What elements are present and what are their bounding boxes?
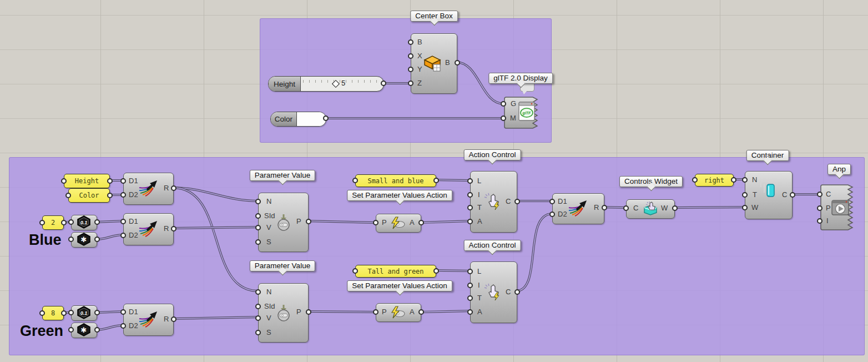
- input-nub-P[interactable]: [817, 205, 822, 211]
- output-nub-R[interactable]: [171, 185, 176, 191]
- panel-output-nub[interactable]: [433, 178, 439, 183]
- panel-output-nub[interactable]: [433, 268, 439, 274]
- output-nub-C[interactable]: [514, 289, 520, 295]
- input-nub-SId[interactable]: [255, 304, 261, 309]
- input-nub-D2[interactable]: [120, 323, 126, 329]
- panel-input-nub[interactable]: [352, 178, 358, 183]
- panel-output-nub[interactable]: [61, 310, 67, 316]
- input-nub[interactable]: [68, 310, 74, 315]
- input-nub-C[interactable]: [623, 205, 629, 211]
- panel-right[interactable]: right: [695, 174, 734, 187]
- center-box-node[interactable]: B X Y Z B: [411, 33, 457, 94]
- merge-node-3[interactable]: D1 D2 R: [123, 304, 174, 336]
- panel-height[interactable]: Height: [64, 174, 110, 188]
- output-nub-R[interactable]: [171, 316, 176, 322]
- input-nub-S[interactable]: [255, 239, 261, 245]
- output-nub[interactable]: [94, 219, 100, 225]
- input-nub[interactable]: [68, 327, 74, 333]
- output-nub-R[interactable]: [171, 226, 176, 232]
- set-param-node-1[interactable]: P A: [376, 214, 421, 233]
- input-nub-V[interactable]: [255, 315, 261, 321]
- number-param-node-2[interactable]: 0.1: [71, 305, 97, 321]
- merge-node-2[interactable]: D1 D2 R: [123, 213, 174, 245]
- input-nub-I[interactable]: [817, 218, 822, 224]
- panel-input-nub[interactable]: [61, 178, 67, 184]
- input-nub-A[interactable]: [467, 309, 473, 315]
- input-nub-D2[interactable]: [120, 192, 126, 198]
- panel-value-8[interactable]: 8: [42, 306, 64, 320]
- color-swatch[interactable]: Color: [270, 112, 326, 127]
- panel-input-nub[interactable]: [65, 193, 71, 198]
- input-nub-Z[interactable]: [408, 81, 413, 86]
- input-nub-T[interactable]: [742, 192, 748, 198]
- input-nub-P[interactable]: [373, 309, 379, 315]
- input-nub-N[interactable]: [255, 289, 261, 295]
- swatch-output-nub[interactable]: [323, 115, 329, 121]
- input-nub[interactable]: [68, 237, 74, 242]
- panel-input-nub[interactable]: [692, 177, 698, 183]
- action-control-node-2[interactable]: L I T A C: [470, 262, 517, 323]
- input-nub-D1[interactable]: [120, 219, 126, 224]
- input-nub-V[interactable]: [255, 225, 261, 230]
- panel-value-2[interactable]: 2: [42, 215, 64, 230]
- output-nub-A[interactable]: [418, 220, 424, 225]
- input-nub-N[interactable]: [255, 199, 261, 204]
- panel-input-nub[interactable]: [39, 310, 45, 316]
- output-nub-B[interactable]: [455, 60, 460, 66]
- action-control-node-1[interactable]: L I T A C: [470, 171, 517, 233]
- height-slider[interactable]: Height: [268, 76, 384, 92]
- input-nub-D1[interactable]: [549, 199, 555, 204]
- output-nub-P[interactable]: [306, 309, 311, 315]
- input-nub-D2[interactable]: [120, 233, 126, 238]
- panel-input-nub[interactable]: [352, 268, 358, 274]
- input-nub-D1[interactable]: [120, 178, 126, 184]
- output-nub[interactable]: [94, 310, 100, 315]
- colour-param-node-2[interactable]: ✱: [71, 323, 97, 338]
- swatch-color-well[interactable]: [297, 112, 326, 126]
- input-nub-X[interactable]: [408, 53, 413, 59]
- panel-input-nub[interactable]: [39, 220, 45, 225]
- controls-widget-node[interactable]: C W: [626, 199, 675, 219]
- output-nub[interactable]: [94, 327, 100, 333]
- input-nub-D1[interactable]: [120, 309, 126, 315]
- set-param-node-2[interactable]: P A: [376, 303, 421, 322]
- input-nub-C[interactable]: [817, 192, 822, 197]
- input-nub-A[interactable]: [467, 219, 473, 224]
- input-nub-G[interactable]: [501, 101, 506, 107]
- output-nub-W[interactable]: [672, 205, 678, 211]
- input-nub-L[interactable]: [467, 269, 473, 274]
- merge-node-1[interactable]: D1 D2 R: [123, 173, 174, 205]
- param-value-node-2[interactable]: N SId V S P: [258, 283, 309, 343]
- output-nub-A[interactable]: [418, 309, 424, 315]
- input-nub-S[interactable]: [255, 330, 261, 335]
- output-nub-C[interactable]: [790, 192, 795, 198]
- panel-output-nub[interactable]: [731, 177, 736, 183]
- gltf-display-node[interactable]: G M glTF: [504, 97, 541, 129]
- input-nub-M[interactable]: [501, 115, 506, 121]
- panel-color[interactable]: Color: [68, 188, 110, 203]
- input-nub-N[interactable]: [742, 177, 748, 183]
- panel-output-nub[interactable]: [107, 193, 113, 198]
- grasshopper-canvas[interactable]: Center Box B X Y Z B Height 5 Color glTF…: [0, 0, 868, 362]
- panel-small-blue[interactable]: Small and blue: [355, 174, 436, 187]
- output-nub-C[interactable]: [514, 199, 520, 204]
- container-node[interactable]: N T W C: [745, 171, 793, 219]
- input-nub[interactable]: [68, 219, 74, 225]
- output-nub[interactable]: [94, 237, 100, 242]
- input-nub-Y[interactable]: [408, 67, 413, 72]
- input-nub-B[interactable]: [408, 39, 413, 45]
- panel-output-nub[interactable]: [107, 178, 113, 184]
- app-node[interactable]: C P I: [820, 184, 856, 230]
- input-nub-SId[interactable]: [255, 213, 261, 219]
- panel-output-nub[interactable]: [61, 220, 67, 225]
- colour-param-node-1[interactable]: ✱: [71, 232, 97, 248]
- output-nub-P[interactable]: [306, 219, 311, 224]
- merge-node-4[interactable]: D1 D2 R: [552, 193, 604, 224]
- number-param-node-1[interactable]: 0.1: [71, 215, 97, 230]
- output-nub-R[interactable]: [602, 205, 607, 210]
- input-nub-I[interactable]: [467, 192, 473, 198]
- input-nub-P[interactable]: [373, 220, 379, 225]
- input-nub-W[interactable]: [742, 205, 748, 210]
- param-value-node-1[interactable]: N SId V S P: [258, 193, 309, 252]
- input-nub-T[interactable]: [467, 295, 473, 301]
